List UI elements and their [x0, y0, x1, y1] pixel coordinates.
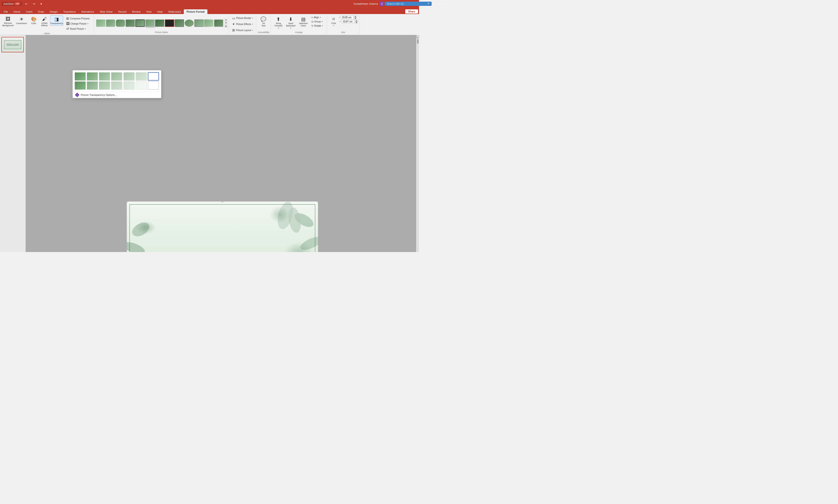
style-thumb-13[interactable]	[214, 19, 223, 27]
trans-thumb-11[interactable]	[123, 82, 135, 90]
selection-pane-button[interactable]: ▤ SelectionPane	[298, 15, 309, 28]
style-thumb-1[interactable]	[96, 19, 105, 27]
bring-forward-button[interactable]: ⬆ BringForward ▾	[273, 15, 284, 30]
selection-pane-icon: ▤	[301, 16, 306, 22]
picture-effects-button[interactable]: ✦ Picture Effects ▾	[231, 21, 254, 26]
tab-draw[interactable]: Draw	[35, 10, 47, 14]
scroll-up-button[interactable]: ▲	[416, 36, 419, 39]
trans-thumb-9[interactable]	[99, 82, 110, 90]
trans-thumb-12[interactable]	[136, 82, 147, 90]
tab-insert[interactable]: Insert	[23, 10, 35, 14]
picture-border-button[interactable]: ▭ Picture Border ▾	[231, 16, 255, 21]
style-thumb-8[interactable]	[165, 19, 174, 27]
redo-button[interactable]: ↪	[31, 1, 37, 6]
transparency-icon: ◨	[54, 16, 59, 22]
effects-icon: ✦	[232, 22, 235, 26]
trans-thumb-10[interactable]	[111, 82, 122, 90]
style-thumb-11[interactable]	[194, 19, 204, 27]
tab-slidelizard[interactable]: SlideLizard	[165, 10, 183, 14]
width-input[interactable]	[342, 20, 355, 23]
bring-forward-icon: ⬆	[277, 16, 280, 22]
style-thumb-3[interactable]	[116, 19, 125, 27]
tab-transitions[interactable]: Transitions	[60, 10, 78, 14]
reset-picture-button[interactable]: ↺ Reset Picture ▾	[65, 26, 91, 31]
style-thumb-2[interactable]	[106, 19, 115, 27]
transparency-button[interactable]: ◨ Transparency	[50, 15, 63, 26]
trans-thumb-6-selected[interactable]	[148, 72, 159, 80]
height-input[interactable]	[341, 16, 354, 19]
trans-thumb-5[interactable]	[136, 72, 147, 80]
width-up[interactable]: ▲	[355, 20, 358, 21]
style-thumb-6[interactable]	[145, 19, 155, 27]
canvas-area[interactable]: TROPICAL LEAVES TRANSPARENT BACKGROUND W…	[26, 35, 419, 252]
right-scrollbar[interactable]: ▲ ▼	[416, 35, 419, 252]
width-down[interactable]: ▼	[355, 21, 358, 23]
quick-access-button[interactable]: ▾	[39, 1, 44, 6]
style-thumb-4[interactable]	[126, 19, 135, 27]
search-wrap	[385, 2, 419, 6]
scroll-track[interactable]	[417, 39, 419, 252]
scroll-thumb[interactable]	[417, 39, 419, 44]
align-button[interactable]: ≡ Align ▾	[310, 15, 324, 19]
slide-canvas[interactable]: TROPICAL LEAVES TRANSPARENT BACKGROUND W…	[126, 201, 318, 252]
gallery-down[interactable]: ▼	[224, 22, 228, 24]
diamond-icon	[75, 93, 79, 97]
tab-home[interactable]: Home	[11, 10, 23, 14]
gallery-up[interactable]: ▲	[224, 18, 228, 21]
trans-thumb-4[interactable]	[123, 72, 135, 80]
autosave-toggle[interactable]: AutoSave Off	[2, 2, 22, 6]
tab-animations[interactable]: Animations	[78, 10, 97, 14]
transparency-gallery	[73, 70, 161, 92]
style-thumb-7[interactable]	[155, 19, 164, 27]
trans-thumb-0[interactable]	[75, 72, 86, 80]
trans-thumb-1[interactable]	[87, 72, 98, 80]
gallery-more[interactable]: ⊞	[224, 25, 228, 28]
color-button[interactable]: 🎨 Color	[29, 15, 39, 26]
slide-thumbnail-1[interactable]: TROPICAL LEAVES TRANSPARENT BACKGROUND	[1, 37, 24, 52]
tab-design[interactable]: Design	[47, 10, 60, 14]
send-backward-button[interactable]: ⬇ SendBackward ▾	[284, 15, 297, 30]
style-thumb-9[interactable]	[175, 19, 184, 27]
tab-slideshow[interactable]: Slide Show	[97, 10, 115, 14]
border-arrow: ▾	[252, 17, 253, 19]
alt-text-button[interactable]: 💬 AltText	[258, 15, 269, 28]
transparency-options-label: Picture Transparency Options...	[81, 93, 117, 96]
trans-thumb-3[interactable]	[111, 72, 122, 80]
style-thumb-5[interactable]	[136, 19, 145, 27]
tab-picture-format[interactable]: Picture Format	[184, 10, 208, 14]
user-name: Gumpelmeyer Johanna	[354, 3, 378, 5]
transparency-options-button[interactable]: Picture Transparency Options...	[73, 92, 161, 98]
height-down[interactable]: ▼	[354, 17, 357, 19]
align-icon: ≡	[311, 16, 313, 19]
group-button[interactable]: ⊡ Group ▾	[310, 20, 324, 24]
tab-help[interactable]: Help	[155, 10, 165, 14]
handle-tr[interactable]	[317, 201, 318, 202]
tab-file[interactable]: File	[1, 10, 11, 14]
trans-thumb-8[interactable]	[87, 82, 98, 90]
accessibility-buttons: 💬 AltText	[258, 15, 269, 31]
style-thumb-10[interactable]	[184, 19, 194, 27]
remove-background-icon: 🖼	[6, 16, 10, 22]
corrections-button[interactable]: ☀ Corrections	[15, 15, 28, 26]
compress-pictures-button[interactable]: ⊞ Compress Pictures	[65, 16, 91, 21]
picture-layout-button[interactable]: ⊞ Picture Layout ▾	[231, 28, 254, 33]
crop-button[interactable]: ⌗ Crop ▾	[328, 15, 339, 28]
share-button[interactable]: Share	[405, 10, 418, 14]
change-picture-button[interactable]: 🖼 Change Picture ▾	[65, 21, 91, 26]
tab-view[interactable]: View	[143, 10, 155, 14]
style-thumb-12[interactable]	[204, 19, 213, 27]
width-spinner: ▲ ▼	[355, 20, 358, 23]
undo-button[interactable]: ↩	[23, 1, 30, 6]
search-input[interactable]	[385, 2, 419, 6]
remove-background-button[interactable]: 🖼 RemoveBackground	[1, 15, 15, 28]
border-buttons: ▭ Picture Border ▾ ✦ Picture Effects ▾ ⊞…	[231, 15, 255, 33]
artistic-effects-button[interactable]: 🖌 ArtisticEffects	[39, 15, 50, 28]
user-avatar[interactable]: J	[379, 1, 385, 6]
tab-record[interactable]: Record	[115, 10, 129, 14]
height-up[interactable]: ▲	[354, 15, 357, 17]
tab-review[interactable]: Review	[129, 10, 143, 14]
trans-thumb-7[interactable]	[75, 82, 86, 90]
trans-thumb-2[interactable]	[99, 72, 110, 80]
trans-thumb-13[interactable]	[148, 82, 159, 90]
rotate-button[interactable]: ↻ Rotate ▾	[310, 24, 324, 28]
